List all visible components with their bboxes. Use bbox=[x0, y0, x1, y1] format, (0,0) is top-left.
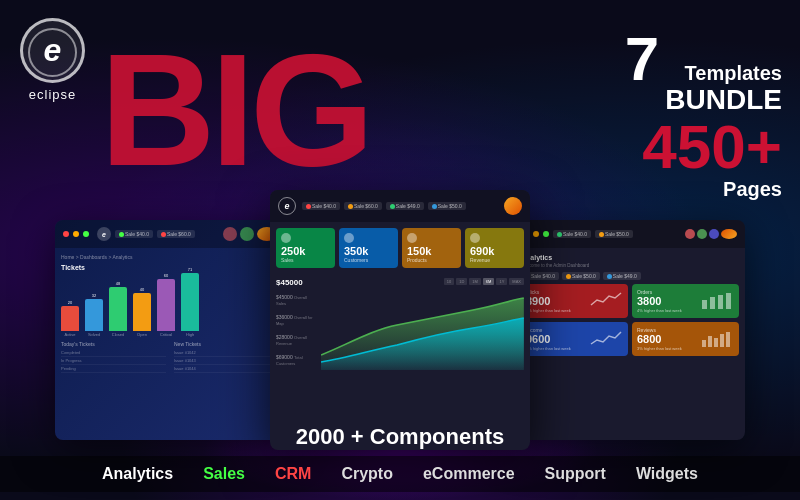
bar-body-active bbox=[61, 306, 79, 331]
nav-crm[interactable]: CRM bbox=[275, 465, 311, 483]
stat-customers: 350k Customers bbox=[339, 228, 398, 268]
bar-solved: 32 Solved bbox=[85, 293, 103, 337]
nav-widgets[interactable]: Widgets bbox=[636, 465, 698, 483]
right-stats-grid: Clicks 8900 4% higher than last week Ord… bbox=[521, 284, 739, 356]
chart-label-3: $28000 Overall Revenue bbox=[276, 334, 315, 346]
dashboards-container: e Sale $40.0 Sale $60.0 Home > Dashboard… bbox=[20, 170, 780, 450]
templates-label: Templates bbox=[665, 61, 782, 85]
stat-revenue: 690k Revenue bbox=[465, 228, 524, 268]
bar-body-critical bbox=[157, 279, 175, 331]
svg-rect-2 bbox=[718, 295, 723, 309]
bar-label-solved: Solved bbox=[88, 332, 100, 337]
stat-customers-icon bbox=[344, 233, 354, 243]
pages-number: 450+ bbox=[642, 116, 782, 178]
hero-big-text: BIG bbox=[100, 30, 369, 190]
bar-body-open bbox=[133, 293, 151, 331]
dot-red bbox=[63, 231, 69, 237]
nav-ecommerce[interactable]: eCommerce bbox=[423, 465, 515, 483]
new-tickets-col: New Tickets Issue #1042 Issue #1043 Issu… bbox=[174, 341, 279, 373]
bar-val-critical: 60 bbox=[164, 273, 168, 278]
chart-with-labels: $45000 Overall Sales $36000 Overall for … bbox=[276, 290, 524, 370]
left-nav-item-2: Sale $60.0 bbox=[157, 230, 195, 238]
right-dot-green bbox=[543, 231, 549, 237]
svg-rect-4 bbox=[702, 340, 706, 347]
stat-revenue-label: Revenue bbox=[470, 257, 519, 263]
bar-val-closed: 48 bbox=[116, 281, 120, 286]
nav-support[interactable]: Support bbox=[545, 465, 606, 483]
bottom-navigation: Analytics Sales CRM Crypto eCommerce Sup… bbox=[0, 456, 800, 492]
new-item-1: Issue #1042 bbox=[174, 349, 279, 357]
center-nav: Sale $40.0 Sale $60.0 Sale $49.0 Sale $5… bbox=[302, 202, 498, 210]
today-tickets-col: Today's Tickets Completed In Progress Pe… bbox=[61, 341, 166, 373]
brand-logo: e eclipse bbox=[20, 18, 85, 102]
bar-val-open: 40 bbox=[140, 287, 144, 292]
new-item-3: Issue #1044 bbox=[174, 365, 279, 373]
logo-letter: e bbox=[44, 32, 62, 69]
bundle-info: 7 Templates BUNDLE 450+ Pages bbox=[625, 28, 782, 201]
dashboard-right: Sale $40.0 Sale $50.0 Analytics Welcome … bbox=[515, 220, 745, 440]
bar-active: 20 Active bbox=[61, 300, 79, 337]
svg-rect-1 bbox=[710, 297, 715, 309]
center-nav-4: Sale $50.0 bbox=[428, 202, 466, 210]
stat-orders: Orders 3800 4% higher than last week bbox=[632, 284, 739, 318]
right-nav-1: Sale $40.0 bbox=[553, 230, 591, 238]
nav-crypto[interactable]: Crypto bbox=[341, 465, 393, 483]
analytics-title: Analytics bbox=[521, 254, 739, 261]
center-nav-2: Sale $60.0 bbox=[344, 202, 382, 210]
ctrl-1d[interactable]: 1D bbox=[456, 278, 467, 285]
today-item-2: Pending bbox=[61, 365, 166, 373]
nav-sales[interactable]: Sales bbox=[203, 465, 245, 483]
income-sparkline bbox=[589, 328, 624, 352]
dot-green bbox=[83, 231, 89, 237]
bar-critical: 60 Critical bbox=[157, 273, 175, 337]
stat-clicks: Clicks 8900 4% higher than last week bbox=[521, 284, 628, 318]
pages-label: Pages bbox=[625, 178, 782, 201]
svg-rect-0 bbox=[702, 300, 707, 309]
stat-sales-number: 250k bbox=[281, 245, 330, 257]
right-nav-2: Sale $50.0 bbox=[595, 230, 633, 238]
svg-rect-3 bbox=[726, 293, 731, 309]
new-tickets-label: New Tickets bbox=[174, 341, 279, 347]
svg-rect-5 bbox=[708, 336, 712, 347]
bar-label-open: Open bbox=[137, 332, 147, 337]
stat-products-icon bbox=[407, 233, 417, 243]
stat-revenue-number: 690k bbox=[470, 245, 519, 257]
ctrl-max[interactable]: MAX bbox=[509, 278, 524, 285]
ticket-bar-chart: 20 Active 32 Solved 48 Closed 40 bbox=[61, 277, 279, 337]
today-tickets-label: Today's Tickets bbox=[61, 341, 166, 347]
today-item-1: In Progress bbox=[61, 357, 166, 365]
bar-label-high: High bbox=[186, 332, 194, 337]
right-dash-content: Analytics Welcome to the Admin Dashboard… bbox=[515, 248, 745, 362]
clicks-sparkline bbox=[589, 290, 624, 314]
bar-label-closed: Closed bbox=[112, 332, 124, 337]
chart-labels-col: $45000 Overall Sales $36000 Overall for … bbox=[276, 290, 315, 370]
ctrl-10[interactable]: 10 bbox=[444, 278, 454, 285]
today-section: Today's Tickets Completed In Progress Pe… bbox=[61, 341, 279, 373]
tickets-title: Tickets bbox=[61, 264, 279, 271]
stat-sales-label: Sales bbox=[281, 257, 330, 263]
chart-value-main: $45000 bbox=[276, 278, 303, 287]
ctrl-1y[interactable]: 1Y bbox=[496, 278, 507, 285]
svg-rect-7 bbox=[720, 334, 724, 347]
right-dash-header: Sale $40.0 Sale $50.0 bbox=[515, 220, 745, 248]
stat-products: 150k Products bbox=[402, 228, 461, 268]
bar-label-critical: Critical bbox=[160, 332, 172, 337]
today-item-completed: Completed bbox=[61, 349, 166, 357]
dashboard-left: e Sale $40.0 Sale $60.0 Home > Dashboard… bbox=[55, 220, 285, 440]
center-logo: e bbox=[278, 197, 296, 215]
dot-yellow bbox=[73, 231, 79, 237]
bar-val-solved: 32 bbox=[92, 293, 96, 298]
stat-products-number: 150k bbox=[407, 245, 456, 257]
ctrl-6m[interactable]: 6M bbox=[483, 278, 495, 285]
right-pill-3: Sale $49.0 bbox=[603, 272, 641, 280]
svg-rect-6 bbox=[714, 338, 718, 347]
left-nav-item-1: Sale $40.0 bbox=[115, 230, 153, 238]
new-item-2: Issue #1043 bbox=[174, 357, 279, 365]
ctrl-1m[interactable]: 1M bbox=[469, 278, 481, 285]
components-text: 2000 + Components bbox=[296, 424, 504, 450]
center-chart-area: $45000 10 1D 1M 6M 1Y MAX $45000 Overall… bbox=[270, 274, 530, 374]
bar-val-high: 71 bbox=[188, 267, 192, 272]
stat-reviews: Reviews 6800 3% higher than last week bbox=[632, 322, 739, 356]
nav-analytics[interactable]: Analytics bbox=[102, 465, 173, 483]
orders-sparkline bbox=[700, 290, 735, 314]
